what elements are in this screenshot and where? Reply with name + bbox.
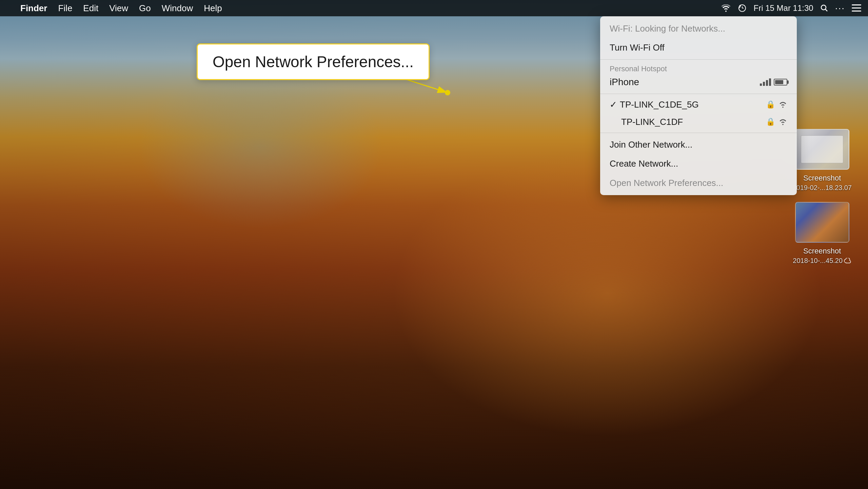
screenshot-date-2: 2018-10-...45.20 bbox=[793, 257, 851, 265]
view-menu[interactable]: View bbox=[109, 3, 128, 14]
finder-menu[interactable]: Finder bbox=[20, 3, 47, 14]
iphone-hotspot-item[interactable]: iPhone bbox=[600, 75, 797, 92]
go-menu[interactable]: Go bbox=[139, 3, 151, 14]
svg-rect-8 bbox=[858, 4, 861, 5]
desktop-icon-screenshot2[interactable]: Screenshot 2018-10-...45.20 bbox=[793, 202, 851, 265]
wifi-signal-tp5g bbox=[778, 101, 787, 108]
wifi-signal-tp bbox=[778, 118, 787, 125]
create-network-item[interactable]: Create Network... bbox=[600, 154, 797, 173]
iphone-name: iPhone bbox=[610, 77, 639, 88]
icloud-icon bbox=[844, 258, 851, 264]
network-name-tp5g: TP-LINK_C1DE_5G bbox=[620, 99, 699, 110]
lock-icon-tp5g: 🔒 bbox=[766, 100, 775, 109]
selected-checkmark: ✓ bbox=[610, 99, 617, 110]
battery-icon bbox=[774, 79, 787, 86]
menubar: Finder File Edit View Go Window Help bbox=[0, 0, 868, 16]
callout-text: Open Network Preferences... bbox=[213, 53, 414, 71]
menubar-right: Fri 15 Mar 11:30 ··· bbox=[721, 3, 861, 14]
menubar-left: Finder File Edit View Go Window Help bbox=[7, 3, 222, 14]
window-menu[interactable]: Window bbox=[162, 3, 193, 14]
screenshot-date-1: 2019-02-...18.23.07 bbox=[792, 184, 852, 192]
network-icons-tp: 🔒 bbox=[766, 117, 787, 126]
notification-center-icon[interactable]: ··· bbox=[835, 3, 845, 14]
screenshot-label-1: Screenshot bbox=[803, 174, 841, 183]
turn-wifi-off-item[interactable]: Turn Wi-Fi Off bbox=[600, 38, 797, 57]
file-menu[interactable]: File bbox=[58, 3, 72, 14]
lock-icon-tp: 🔒 bbox=[766, 117, 775, 126]
signal-bars-icon bbox=[760, 78, 771, 86]
separator-2 bbox=[600, 94, 797, 94]
svg-point-3 bbox=[821, 5, 826, 10]
create-network-label: Create Network... bbox=[610, 157, 678, 170]
menubar-datetime[interactable]: Fri 15 Mar 11:30 bbox=[754, 3, 813, 13]
open-network-prefs-item[interactable]: Open Network Preferences... bbox=[600, 173, 797, 192]
wifi-status-item: Wi-Fi: Looking for Networks... bbox=[600, 19, 797, 38]
network-item-tp[interactable]: TP-LINK_C1DF 🔒 bbox=[600, 113, 797, 131]
iphone-status-icons bbox=[760, 78, 787, 86]
spotlight-icon[interactable] bbox=[820, 4, 828, 12]
wifi-status-text: Wi-Fi: Looking for Networks... bbox=[610, 22, 725, 35]
join-other-label: Join Other Network... bbox=[610, 138, 692, 151]
personal-hotspot-header: Personal Hotspot bbox=[600, 62, 797, 75]
separator-1 bbox=[600, 59, 797, 60]
svg-rect-6 bbox=[852, 7, 861, 8]
turn-wifi-off-label: Turn Wi-Fi Off bbox=[610, 41, 665, 54]
network-name-tp: TP-LINK_C1DF bbox=[621, 117, 683, 127]
network-icons-tp5g: 🔒 bbox=[766, 100, 787, 109]
wifi-menu-icon[interactable] bbox=[721, 4, 731, 12]
time-machine-icon[interactable] bbox=[737, 4, 747, 12]
join-other-network-item[interactable]: Join Other Network... bbox=[600, 135, 797, 154]
control-center-icon[interactable] bbox=[852, 4, 861, 12]
desktop-icons: Screenshot 2019-02-...18.23.07 Screensho… bbox=[792, 129, 852, 265]
network-item-tp5g[interactable]: ✓ TP-LINK_C1DE_5G 🔒 bbox=[600, 96, 797, 113]
open-prefs-label: Open Network Preferences... bbox=[610, 177, 723, 189]
screenshot-thumbnail-2 bbox=[795, 202, 849, 243]
separator-3 bbox=[600, 133, 797, 133]
help-menu[interactable]: Help bbox=[204, 3, 222, 14]
callout-annotation: Open Network Preferences... bbox=[197, 43, 430, 80]
edit-menu[interactable]: Edit bbox=[83, 3, 98, 14]
wifi-dropdown-menu: Wi-Fi: Looking for Networks... Turn Wi-F… bbox=[600, 16, 797, 195]
screenshot-label-2: Screenshot bbox=[803, 247, 841, 256]
desktop-icon-screenshot1[interactable]: Screenshot 2019-02-...18.23.07 bbox=[792, 129, 852, 192]
svg-rect-7 bbox=[852, 11, 861, 12]
screenshot-thumbnail-1 bbox=[795, 129, 849, 170]
svg-line-4 bbox=[825, 10, 827, 12]
